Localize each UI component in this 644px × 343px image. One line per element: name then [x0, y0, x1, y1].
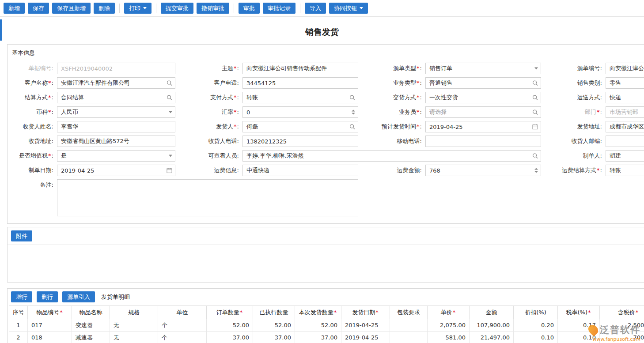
cell-item-name[interactable]: 变速器: [72, 319, 110, 332]
freight-settlement-field[interactable]: 转账: [606, 165, 644, 176]
expected-ship-time-field[interactable]: 2019-04-25: [425, 121, 541, 132]
chevron-down-icon[interactable]: [169, 155, 172, 157]
calendar-icon[interactable]: [167, 168, 172, 173]
customer-phone-field[interactable]: 34454125: [242, 77, 358, 89]
collaboration-button[interactable]: 协同按钮: [329, 3, 368, 14]
approve-button[interactable]: 审批: [239, 3, 260, 14]
cell-unit-price[interactable]: 2,075.00: [428, 319, 470, 332]
cell-executed-qty[interactable]: 37.00: [253, 332, 295, 343]
cell-tax-price[interactable]: 2,500.00: [600, 319, 644, 332]
receive-address-field[interactable]: 安徽省蜀山区黄山路572号: [57, 136, 175, 147]
payment-method-field[interactable]: 转账: [242, 92, 358, 103]
cell-order-qty[interactable]: 52.00: [207, 319, 253, 332]
cell-item-no[interactable]: 018: [28, 332, 72, 343]
chevron-down-icon[interactable]: [534, 68, 538, 70]
source-no-field[interactable]: 向安徽江津公: [606, 63, 644, 74]
cell-amount[interactable]: 107,900.00: [470, 319, 514, 332]
cell-seq[interactable]: 1: [9, 319, 28, 332]
add-row-button[interactable]: 增行: [11, 291, 32, 302]
new-button[interactable]: 新增: [4, 3, 25, 14]
import-source-button[interactable]: 源单引入: [62, 291, 95, 302]
vat-flag-field[interactable]: 是: [57, 150, 175, 162]
cell-unit[interactable]: 个: [158, 332, 207, 343]
cell-item-name[interactable]: 减速器: [72, 332, 110, 343]
cell-ship-qty[interactable]: 52.00: [295, 319, 341, 332]
spinner-icon[interactable]: [352, 110, 355, 115]
consignee-name-field[interactable]: 李雪华: [57, 121, 175, 132]
toolbar: 新增保存保存且新增删除打印提交审批撤销审批审批审批记录导入协同按钮: [0, 0, 644, 17]
cell-seq[interactable]: 2: [9, 332, 28, 343]
search-icon[interactable]: [532, 109, 538, 115]
consignee-phone-field[interactable]: 13820212325: [242, 136, 358, 147]
salesman-field[interactable]: 请选择: [425, 106, 541, 118]
search-icon[interactable]: [167, 95, 172, 101]
revoke-approval-button[interactable]: 撤销审批: [197, 3, 229, 14]
shipper-field[interactable]: 何磊: [242, 121, 358, 132]
column-header-tax-rate: 税率(%)*: [558, 306, 600, 319]
make-date-field[interactable]: 2019-04-25: [57, 165, 175, 176]
shipping-method-field[interactable]: 快递: [606, 92, 644, 103]
source-type-field[interactable]: 销售订单: [425, 63, 541, 74]
search-icon[interactable]: [532, 95, 538, 101]
exchange-rate-field[interactable]: 0: [242, 106, 358, 118]
delete-button[interactable]: 删除: [94, 3, 115, 14]
settlement-method-field[interactable]: 合同结算: [57, 92, 175, 103]
cell-order-qty[interactable]: 37.00: [207, 332, 253, 343]
cell-discount[interactable]: 0.20: [514, 319, 558, 332]
search-icon[interactable]: [349, 124, 355, 130]
cell-tax-rate[interactable]: 0.10: [558, 332, 600, 343]
cell-spec[interactable]: 无: [110, 332, 158, 343]
cell-unit-price[interactable]: 581.00: [428, 332, 470, 343]
button-label: 提交审批: [166, 4, 189, 12]
currency-field[interactable]: 人民币: [57, 106, 175, 118]
attachment-button[interactable]: 附件: [11, 230, 32, 241]
search-icon[interactable]: [349, 95, 355, 101]
cell-spec[interactable]: 无: [110, 319, 158, 332]
make-date-label: 制单日期:: [9, 165, 57, 176]
calendar-icon[interactable]: [532, 124, 538, 130]
import-button[interactable]: 导入: [305, 3, 326, 14]
expected-ship-time-value: 2019-04-25: [429, 124, 463, 130]
chevron-down-icon[interactable]: [169, 111, 172, 113]
search-icon[interactable]: [167, 80, 172, 86]
settlement-method-value: 合同结算: [61, 94, 84, 102]
print-button[interactable]: 打印: [124, 3, 152, 14]
maker-field[interactable]: 胡建: [606, 150, 644, 162]
submit-approval-button[interactable]: 提交审批: [161, 3, 193, 14]
cell-unit[interactable]: 个: [158, 319, 207, 332]
cell-tax-price[interactable]: 700.00: [600, 332, 644, 343]
delivery-method-value: 一次性交货: [429, 94, 458, 102]
remark-field[interactable]: [57, 179, 358, 216]
save-and-new-button[interactable]: 保存且新增: [52, 3, 91, 14]
viewers-field[interactable]: 李婷,李华,柳琳,宋浩然: [242, 150, 541, 162]
customer-phone-label: 客户电话:: [175, 77, 242, 89]
sales-category-field[interactable]: 零售: [606, 77, 644, 89]
cell-item-no[interactable]: 017: [28, 319, 72, 332]
delete-row-button[interactable]: 删行: [37, 291, 58, 302]
ship-address-field[interactable]: 成都市成华区: [606, 121, 644, 132]
save-button[interactable]: 保存: [28, 3, 49, 14]
cell-tax-rate[interactable]: 0.17: [558, 319, 600, 332]
cell-ship-date[interactable]: 2019-04-25: [341, 319, 390, 332]
delivery-method-field[interactable]: 一次性交货: [425, 92, 541, 103]
approval-record-button[interactable]: 审批记录: [263, 3, 295, 14]
cell-executed-qty[interactable]: 52.00: [253, 319, 295, 332]
search-icon[interactable]: [532, 80, 538, 86]
cell-packaging[interactable]: [390, 319, 428, 332]
subject-field[interactable]: 向安徽江津公司销售传动系配件: [242, 63, 358, 74]
customer-name-field[interactable]: 安徽江津汽车配件有限公司: [57, 77, 175, 89]
make-date-value: 2019-04-25: [61, 167, 95, 174]
cell-packaging[interactable]: [390, 332, 428, 343]
cell-ship-qty[interactable]: 37.00: [295, 332, 341, 343]
cell-amount[interactable]: 21,497.00: [470, 332, 514, 343]
cell-ship-date[interactable]: 2019-04-25: [341, 332, 390, 343]
business-type-field[interactable]: 普通销售: [425, 77, 541, 89]
freight-amount-field[interactable]: 768: [425, 165, 541, 176]
spinner-icon[interactable]: [534, 168, 538, 173]
consignee-zip-field[interactable]: [606, 136, 644, 147]
search-icon[interactable]: [532, 153, 538, 159]
freight-info-label: 运费信息:: [175, 165, 242, 176]
mobile-phone-field[interactable]: [425, 136, 541, 147]
cell-discount[interactable]: 0.10: [514, 332, 558, 343]
freight-info-field[interactable]: 中通快递: [242, 165, 358, 176]
